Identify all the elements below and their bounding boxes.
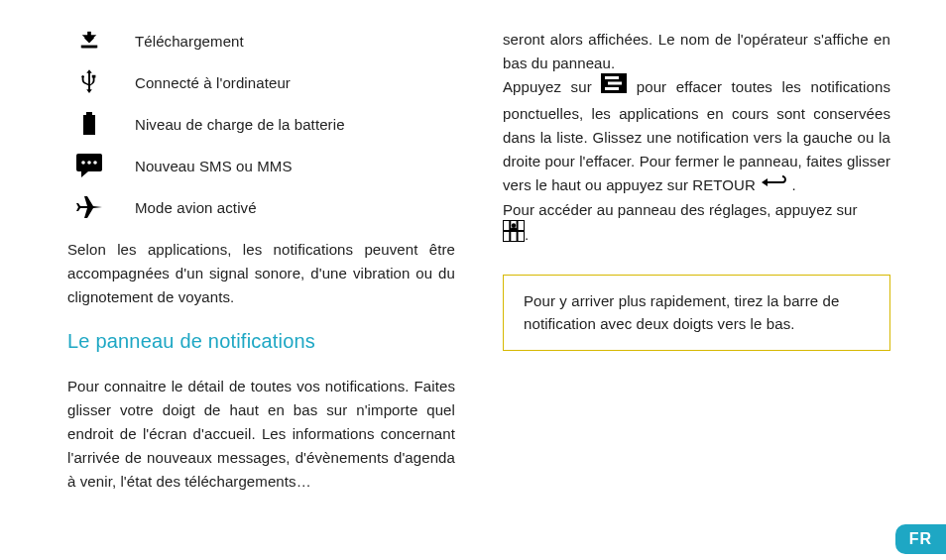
document-page: Téléchargement Connecté à l'ordinateur N… [0, 0, 946, 560]
notification-behaviour-para: Selon les applications, les notification… [67, 238, 455, 309]
usb-icon [67, 69, 111, 95]
svg-point-5 [81, 161, 85, 165]
section-title: Le panneau de notifications [67, 325, 455, 357]
svg-point-6 [87, 161, 91, 165]
download-icon [67, 30, 111, 52]
table-row: Téléchargement [67, 28, 455, 54]
return-key-icon [760, 172, 787, 196]
battery-icon [67, 112, 111, 136]
icon-label: Mode avion activé [111, 194, 257, 220]
icon-label: Nouveau SMS ou MMS [111, 153, 293, 178]
clear-all-icon [601, 73, 627, 100]
tip-callout: Pour y arriver plus rapidement, tirez la… [503, 275, 890, 351]
svg-rect-1 [81, 46, 98, 49]
left-column: Téléchargement Connecté à l'ordinateur N… [67, 28, 455, 540]
settings-grid-icon [503, 220, 525, 249]
sms-icon [67, 154, 111, 177]
language-badge: FR [895, 524, 946, 554]
svg-rect-3 [83, 115, 95, 135]
svg-rect-11 [605, 87, 619, 90]
settings-panel-para: Pour accéder au panneau des réglages, ap… [503, 198, 890, 251]
table-row: Connecté à l'ordinateur [67, 69, 455, 95]
table-row: Niveau de charge de la batterie [67, 111, 455, 137]
operator-para: seront alors affichées. Le nom de l'opér… [503, 28, 890, 75]
svg-rect-10 [608, 82, 622, 85]
text-fragment: pour effacer toutes les notifications po… [503, 78, 890, 193]
text-fragment: . [525, 227, 529, 244]
icon-label: Niveau de charge de la batterie [111, 111, 345, 137]
tip-text: Pour y arriver plus rapidement, tirez la… [524, 292, 839, 332]
clear-notifications-para: Appuyez sur pour effacer toutes les noti… [503, 75, 890, 198]
svg-rect-2 [86, 112, 92, 115]
icon-label: Téléchargement [111, 28, 244, 54]
status-icon-table: Téléchargement Connecté à l'ordinateur N… [67, 28, 455, 220]
table-row: Mode avion activé [67, 194, 455, 220]
right-column: seront alors affichées. Le nom de l'opér… [503, 28, 890, 540]
svg-rect-9 [605, 76, 619, 79]
icon-label: Connecté à l'ordinateur [111, 69, 291, 95]
svg-point-7 [93, 161, 97, 165]
table-row: Nouveau SMS ou MMS [67, 153, 455, 178]
airplane-icon [67, 195, 111, 219]
svg-point-16 [512, 223, 516, 227]
panel-intro-para: Pour connaitre le détail de toutes vos n… [67, 375, 455, 494]
text-fragment: Appuyez sur [503, 78, 601, 95]
text-fragment: . [791, 176, 795, 193]
text-fragment: Pour accéder au panneau des réglages, ap… [503, 201, 858, 218]
